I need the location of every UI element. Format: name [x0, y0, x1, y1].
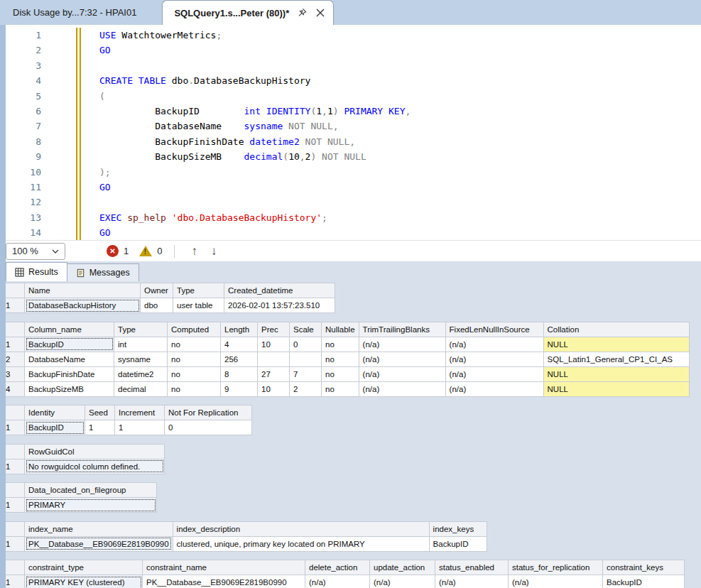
tab-disk-usage[interactable]: Disk Usage by...7:32 - HPAI01 [0, 0, 152, 25]
column-header-type[interactable]: Type [173, 283, 224, 298]
grid-cell[interactable]: 0 [290, 337, 322, 352]
grid-cell[interactable]: (n/a) [359, 381, 445, 396]
grid-cell[interactable]: no [168, 366, 221, 381]
column-header-trimtrailingblanks[interactable]: TrimTrailingBlanks [359, 322, 445, 337]
grid-cell[interactable]: user table [173, 298, 224, 313]
code-line[interactable]: DatabaseName sysname NOT NULL, [99, 119, 701, 134]
grid-cell[interactable]: datetime2 [114, 366, 168, 381]
grid-cell[interactable]: (n/a) [445, 381, 543, 396]
grid-cell[interactable]: 27 [258, 366, 290, 381]
grid-cell[interactable]: (n/a) [359, 337, 445, 352]
code-line[interactable]: ); [99, 165, 701, 180]
column-header-nullable[interactable]: Nullable [322, 322, 359, 337]
grid-cell[interactable]: 1 [115, 420, 165, 435]
grid-cell[interactable]: (n/a) [435, 575, 509, 588]
column-header-computed[interactable]: Computed [168, 322, 221, 337]
grid-cell[interactable]: (n/a) [445, 352, 543, 366]
grid-cell[interactable]: BackupID [603, 575, 685, 588]
column-header-status-for-replication[interactable]: status_for_replication [509, 560, 603, 575]
grid-cell[interactable]: (n/a) [305, 575, 370, 588]
grid-cell[interactable]: 4 [221, 337, 258, 352]
code-line[interactable]: GO [99, 180, 701, 195]
column-header-type[interactable]: Type [114, 322, 168, 337]
grid-cell[interactable]: NULL [543, 381, 689, 396]
grid-cell[interactable]: dbo [141, 298, 173, 313]
column-header-prec[interactable]: Prec [258, 322, 290, 337]
grid-cell[interactable]: BackupID [429, 536, 487, 551]
column-header-fixedlennullinsource[interactable]: FixedLenNullInSource [445, 322, 543, 337]
code-line[interactable]: GO [99, 43, 701, 58]
grid-cell[interactable]: NULL [543, 366, 689, 381]
grid-cell[interactable]: BackupSizeMB [25, 381, 114, 396]
code-area[interactable]: USE WatchtowerMetrics;GO CREATE TABLE db… [99, 25, 701, 240]
column-header-index-description[interactable]: index_description [173, 521, 429, 536]
column-header-index-name[interactable]: index_name [25, 521, 173, 536]
grid-cell[interactable]: (n/a) [370, 575, 435, 588]
column-header-identity[interactable]: Identity [25, 405, 85, 420]
sql-editor[interactable]: 1234567891011121314 USE WatchtowerMetric… [6, 25, 701, 240]
grid-cell[interactable]: 10 [258, 337, 290, 352]
column-header-column-name[interactable]: Column_name [25, 322, 114, 337]
grid-cell[interactable]: DatabaseName [25, 352, 114, 366]
grid-cell[interactable]: 2 [290, 381, 322, 396]
grid-cell[interactable]: clustered, unique, primary key located o… [173, 536, 429, 551]
grid-cell[interactable]: 7 [290, 366, 322, 381]
grid-cell[interactable]: No rowguidcol column defined. [25, 459, 165, 474]
column-header-collation[interactable]: Collation [543, 322, 689, 337]
grid-cell[interactable]: PK__Database__EB9069E2819B0990 [143, 575, 305, 588]
tab-results[interactable]: Results [6, 262, 67, 281]
grid-cell[interactable]: no [168, 381, 221, 396]
column-header-seed[interactable]: Seed [85, 405, 115, 420]
column-header-index-keys[interactable]: index_keys [429, 521, 487, 536]
grid-cell[interactable]: 2026-02-01 13:57:23.510 [224, 298, 335, 313]
grid-cell[interactable]: 9 [221, 381, 258, 396]
grid-cell[interactable]: no [322, 381, 359, 396]
code-line[interactable]: GO [99, 225, 701, 240]
column-header-length[interactable]: Length [221, 322, 258, 337]
grid-cell[interactable]: 10 [258, 381, 290, 396]
grid-cell[interactable] [258, 352, 290, 366]
column-header-name[interactable]: Name [25, 283, 141, 298]
close-icon[interactable] [315, 7, 326, 18]
column-header-owner[interactable]: Owner [141, 283, 173, 298]
grid-cell[interactable]: no [322, 366, 359, 381]
grid-cell[interactable]: no [322, 337, 359, 352]
column-header-delete-action[interactable]: delete_action [305, 560, 370, 575]
column-header-constraint-keys[interactable]: constraint_keys [603, 560, 685, 575]
column-header-increment[interactable]: Increment [115, 405, 165, 420]
code-line[interactable]: EXEC sp_help 'dbo.DatabaseBackupHistory'… [99, 210, 701, 225]
grid-cell[interactable]: decimal [114, 381, 168, 396]
code-line[interactable] [99, 58, 701, 73]
column-header-rowguidcol[interactable]: RowGuidCol [25, 444, 165, 459]
code-line[interactable]: ( [99, 89, 701, 104]
code-line[interactable]: BackupSizeMB decimal(10,2) NOT NULL [99, 149, 701, 164]
pin-icon[interactable] [296, 7, 308, 18]
grid-cell[interactable]: 0 [165, 420, 252, 435]
code-line[interactable]: CREATE TABLE dbo.DatabaseBackupHistory [99, 73, 701, 88]
grid-cell[interactable]: SQL_Latin1_General_CP1_CI_AS [543, 352, 689, 366]
grid-cell[interactable]: BackupID [25, 420, 85, 435]
code-line[interactable]: USE WatchtowerMetrics; [99, 28, 701, 43]
grid-cell[interactable]: PRIMARY [25, 498, 157, 513]
grid-cell[interactable]: no [168, 337, 221, 352]
grid-cell[interactable]: int [114, 337, 168, 352]
arrow-up-icon[interactable]: ↑ [187, 245, 202, 257]
zoom-select[interactable]: 100 % [6, 243, 65, 260]
grid-cell[interactable] [290, 352, 322, 366]
column-header-scale[interactable]: Scale [290, 322, 322, 337]
grid-cell[interactable]: 256 [221, 352, 258, 366]
grid-cell[interactable]: 8 [221, 366, 258, 381]
warning-triangle-icon[interactable]: ! [139, 246, 152, 256]
code-line[interactable]: BackupFinishDate datetime2 NOT NULL, [99, 134, 701, 149]
grid-cell[interactable]: (n/a) [509, 575, 603, 588]
grid-cell[interactable]: BackupFinishDate [25, 366, 114, 381]
tab-messages[interactable]: Messages [67, 263, 139, 281]
column-header-data-located-on-filegroup[interactable]: Data_located_on_filegroup [25, 483, 157, 498]
grid-cell[interactable]: (n/a) [445, 337, 543, 352]
grid-cell[interactable]: sysname [114, 352, 168, 366]
grid-cell[interactable]: (n/a) [445, 366, 543, 381]
column-header-update-action[interactable]: update_action [370, 560, 435, 575]
column-header-created-datetime[interactable]: Created_datetime [224, 283, 335, 298]
code-line[interactable]: BackupID int IDENTITY(1,1) PRIMARY KEY, [99, 104, 701, 119]
arrow-down-icon[interactable]: ↓ [207, 245, 222, 257]
